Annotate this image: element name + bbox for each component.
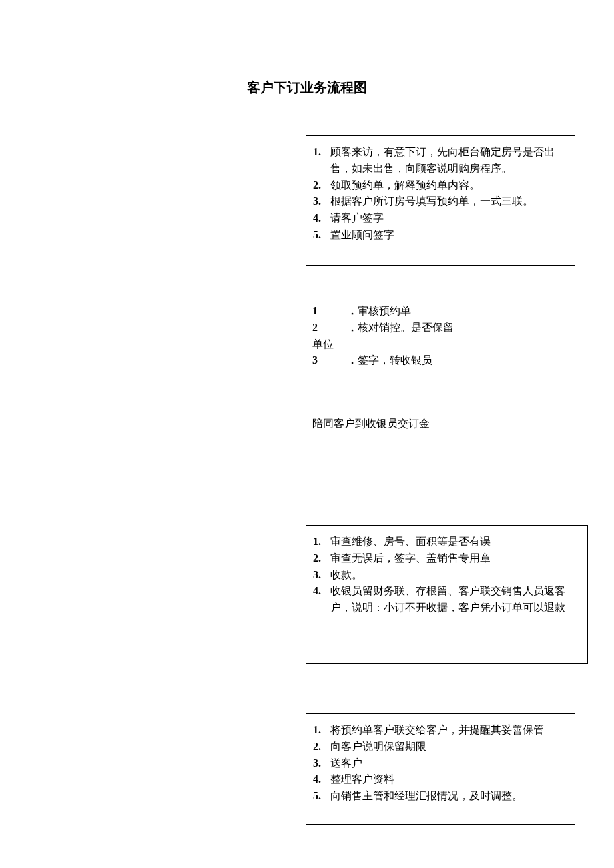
- list-item: 3．签字，转收银员: [312, 352, 486, 369]
- item-text: 整理客户资料: [330, 773, 394, 785]
- list-item: 2．核对销控。是否保留: [312, 320, 486, 336]
- item-number: 4.: [313, 771, 321, 788]
- list-item: 1．审核预约单: [312, 303, 486, 320]
- item-text: 将预约单客户联交给客户，并提醒其妥善保管: [330, 724, 544, 735]
- item-number: 3.: [313, 755, 321, 772]
- item-number: 5.: [313, 227, 321, 244]
- list-item: 3.送客户: [326, 755, 568, 772]
- item-text: 送客户: [330, 757, 362, 769]
- list-item: 4.请客户签字: [326, 210, 568, 227]
- item-text: 请客户签字: [330, 212, 384, 224]
- item-number: 2.: [313, 550, 321, 567]
- list-item: 4.收银员留财务联、存根留、客户联交销售人员返客户，说明：小订不开收据，客户凭小…: [326, 583, 581, 616]
- item-number: 2: [312, 320, 347, 336]
- list-item: 2.审查无误后，签字、盖销售专用章: [326, 550, 581, 567]
- item-number: 1.: [313, 144, 321, 161]
- list-item: 2.领取预约单，解释预约单内容。: [326, 177, 568, 194]
- item-number: 4.: [313, 583, 321, 600]
- item-text: 根据客户所订房号填写预约单，一式三联。: [330, 195, 533, 207]
- item-number: 1.: [313, 534, 321, 550]
- item-text: 向销售主管和经理汇报情况，及时调整。: [330, 790, 523, 801]
- page-title: 客户下订业务流程图: [0, 79, 614, 97]
- item-text: 收款。: [330, 569, 362, 580]
- item-number: 3.: [313, 193, 321, 210]
- step-3-list: 1.审查维修、房号、面积等是否有误 2.审查无误后，签字、盖销售专用章 3.收款…: [313, 534, 581, 616]
- step-box-4: 1.将预约单客户联交给客户，并提醒其妥善保管 2.向客户说明保留期限 3.送客户…: [306, 713, 575, 825]
- item-text: 领取预约单，解释预约单内容。: [330, 179, 480, 191]
- item-number: 5.: [313, 788, 321, 805]
- item-text: 审查维修、房号、面积等是否有误: [330, 536, 491, 547]
- item-number: 4.: [313, 210, 321, 227]
- step-box-1: 1.顾客来访，有意下订，先向柜台确定房号是否出售，如未出售，向顾客说明购房程序。…: [306, 135, 575, 266]
- step-1-list: 1.顾客来访，有意下订，先向柜台确定房号是否出售，如未出售，向顾客说明购房程序。…: [313, 144, 568, 244]
- item-text: 单位: [312, 338, 334, 350]
- item-text: 收银员留财务联、存根留、客户联交销售人员返客户，说明：小订不开收据，客户凭小订单…: [330, 585, 565, 613]
- list-item: 3.收款。: [326, 567, 581, 584]
- item-number: 3.: [313, 567, 321, 584]
- list-item: 4.整理客户资料: [326, 771, 568, 788]
- item-text: 核对销控。是否保留: [358, 322, 454, 333]
- step-box-3: 1.审查维修、房号、面积等是否有误 2.审查无误后，签字、盖销售专用章 3.收款…: [306, 525, 588, 664]
- dot: ．: [347, 354, 358, 366]
- item-number: 3: [312, 352, 347, 369]
- list-item-wrap: 单位: [312, 336, 486, 353]
- dot: ．: [347, 305, 358, 316]
- escort-text: 陪同客户到收银员交订金: [312, 417, 486, 431]
- list-item: 1.审查维修、房号、面积等是否有误: [326, 534, 581, 550]
- list-item: 3.根据客户所订房号填写预约单，一式三联。: [326, 193, 568, 210]
- list-item: 1.将预约单客户联交给客户，并提醒其妥善保管: [326, 722, 568, 739]
- item-number: 1: [312, 303, 347, 320]
- list-item: 2.向客户说明保留期限: [326, 739, 568, 755]
- item-number: 2.: [313, 177, 321, 194]
- item-number: 2.: [313, 739, 321, 755]
- item-text: 向客户说明保留期限: [330, 741, 426, 752]
- step-2-list: 1．审核预约单 2．核对销控。是否保留 单位 3．签字，转收银员: [312, 303, 486, 369]
- item-text: 置业顾问签字: [330, 229, 394, 240]
- dot: ．: [347, 322, 358, 333]
- item-text: 顾客来访，有意下订，先向柜台确定房号是否出售，如未出售，向顾客说明购房程序。: [330, 146, 555, 174]
- list-item: 1.顾客来访，有意下订，先向柜台确定房号是否出售，如未出售，向顾客说明购房程序。: [326, 144, 568, 177]
- item-text: 审查无误后，签字、盖销售专用章: [330, 552, 491, 564]
- list-item: 5.向销售主管和经理汇报情况，及时调整。: [326, 788, 568, 805]
- list-item: 5.置业顾问签字: [326, 227, 568, 244]
- item-number: 1.: [313, 722, 321, 739]
- step-4-list: 1.将预约单客户联交给客户，并提醒其妥善保管 2.向客户说明保留期限 3.送客户…: [313, 722, 568, 805]
- item-text: 审核预约单: [358, 305, 411, 316]
- item-text: 签字，转收银员: [358, 354, 432, 366]
